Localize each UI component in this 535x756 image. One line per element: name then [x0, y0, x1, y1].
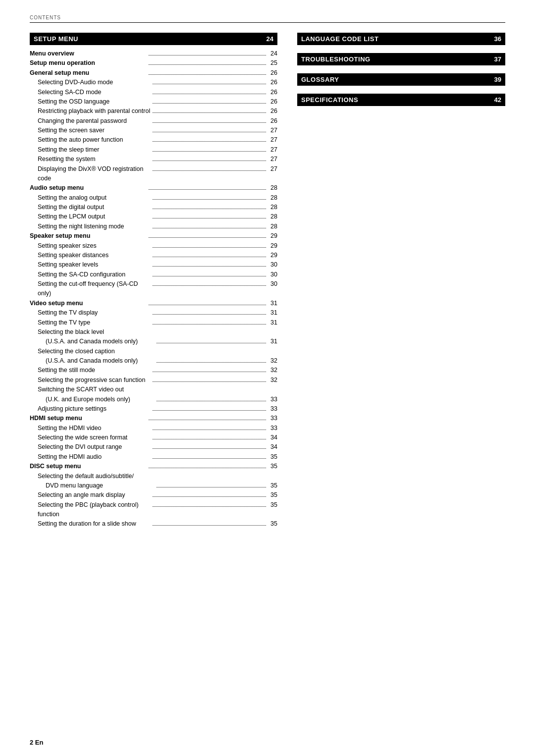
toc-entry-dots [153, 372, 266, 372]
toc-entry-page: 29 [268, 241, 277, 251]
toc-entries: Menu overview24Setup menu operation25Gen… [30, 49, 277, 529]
toc-entry-dots [153, 525, 266, 526]
toc-entry: HDMI setup menu33 [30, 414, 277, 423]
toc-entry-dots [153, 122, 266, 123]
toc-entry-dots [157, 362, 266, 363]
toc-entry-dots [157, 343, 266, 343]
toc-entry-text: HDMI setup menu [30, 414, 147, 423]
toc-entry-page: 31 [268, 318, 277, 327]
toc-entry-page: 24 [268, 49, 277, 58]
toc-entry: Selecting the default audio/subtitle/ [30, 472, 277, 481]
toc-entry-text: Setting speaker levels [30, 260, 151, 270]
toc-entry: Setting the SA-CD configuration30 [30, 270, 277, 279]
right-section-header: TROUBLESHOOTING37 [297, 53, 505, 65]
toc-entry: General setup menu26 [30, 68, 277, 78]
toc-entry-text: (U.S.A. and Canada models only) [30, 356, 155, 366]
toc-entry-text: DISC setup menu [30, 462, 147, 471]
toc-entry-text: Setting the screen saver [30, 126, 151, 135]
right-section-page: 39 [494, 76, 501, 83]
toc-entry-dots [149, 64, 266, 65]
toc-entry-page: 35 [268, 490, 277, 500]
toc-entry: Selecting the black level [30, 327, 277, 337]
toc-entry-text: Selecting the progressive scan function [30, 376, 151, 385]
toc-entry: Selecting DVD-Audio mode26 [30, 78, 277, 87]
toc-entry-dots [149, 468, 266, 468]
toc-entry-text: Setting the LPCM output [30, 212, 151, 221]
toc-entry-text: Speaker setup menu [30, 231, 147, 241]
toc-entry-page: 35 [268, 519, 277, 529]
toc-entry-dots [153, 247, 266, 248]
toc-entry-text: Setting the sleep timer [30, 145, 151, 155]
toc-entry-dots [153, 314, 266, 315]
toc-entry-dots [153, 103, 266, 104]
toc-entry-dots [153, 410, 266, 411]
toc-entry: Setting speaker levels30 [30, 260, 277, 270]
toc-entry: Setting the LPCM output28 [30, 212, 277, 221]
toc-entry-text: Adjusting picture settings [30, 404, 151, 414]
left-column: SETUP MENU 24 Menu overview24Setup menu … [30, 33, 277, 529]
toc-entry-text: Setting the night listening mode [30, 222, 151, 231]
toc-entry-page: 30 [268, 270, 277, 279]
toc-entry-text: Selecting DVD-Audio mode [30, 78, 151, 87]
toc-entry: Setting speaker distances29 [30, 251, 277, 260]
toc-entry-dots [153, 496, 266, 497]
toc-entry-text: Setting the HDMI audio [30, 452, 151, 462]
toc-entry-page: 35 [268, 481, 277, 490]
setup-menu-page: 24 [267, 35, 273, 43]
toc-entry-dots [153, 506, 266, 507]
right-section-header: SPECIFICATIONS42 [297, 94, 505, 106]
toc-entry-text: (U.S.A. and Canada models only) [30, 337, 155, 346]
toc-entry-page: 32 [268, 366, 277, 375]
right-section-title: TROUBLESHOOTING [301, 55, 371, 63]
toc-entry: Setting the duration for a slide show35 [30, 519, 277, 529]
toc-entry-text: Setting the duration for a slide show [30, 519, 151, 529]
toc-entry-page: 33 [268, 404, 277, 414]
toc-entry-dots [153, 170, 266, 171]
toc-entry: DVD menu language35 [30, 481, 277, 490]
toc-entry-text: General setup menu [30, 68, 147, 78]
toc-entry-page: 35 [268, 500, 277, 510]
toc-entry-dots [153, 209, 266, 209]
toc-entry: Setting the analog output28 [30, 193, 277, 203]
toc-entry-text: Setting the TV display [30, 308, 151, 318]
toc-entry-dots [157, 487, 266, 487]
toc-entry-dots [149, 305, 266, 305]
toc-entry-dots [153, 324, 266, 324]
toc-entry-page: 28 [268, 212, 277, 221]
toc-entry-text: Setting the analog output [30, 193, 151, 203]
toc-entry-dots [149, 189, 266, 190]
toc-entry-page: 26 [268, 78, 277, 87]
toc-entry: Setting the sleep timer27 [30, 145, 277, 155]
toc-entry-text: Selecting the black level [30, 327, 277, 337]
toc-entry: Switching the SCART video out [30, 385, 277, 394]
header-label: CONTENTS [30, 15, 61, 20]
toc-entry-page: 31 [268, 299, 277, 308]
toc-entry-text: Selecting an angle mark display [30, 490, 151, 500]
toc-entry-page: 32 [268, 376, 277, 385]
toc-entry-text: DVD menu language [30, 481, 155, 490]
toc-entry-page: 33 [268, 395, 277, 404]
toc-entry-text: Selecting the wide screen format [30, 433, 151, 442]
toc-entry-dots [153, 132, 266, 132]
toc-entry-dots [153, 151, 266, 152]
footer-text: 2 En [30, 739, 43, 746]
toc-entry: Selecting the closed caption [30, 347, 277, 356]
toc-entry-page: 29 [268, 231, 277, 241]
setup-menu-title: SETUP MENU [34, 35, 78, 43]
toc-entry-dots [157, 401, 266, 401]
toc-entry-dots [149, 237, 266, 238]
top-bar: CONTENTS [30, 15, 505, 23]
toc-entry: Selecting the PBC (playback control) fun… [30, 500, 277, 520]
toc-entry-page: 31 [268, 337, 277, 346]
toc-entry: (U.K. and Europe models only)33 [30, 395, 277, 404]
toc-entry-page: 28 [268, 203, 277, 212]
toc-entry-dots [153, 276, 266, 276]
toc-entry-dots [153, 84, 266, 84]
toc-entry-text: Setup menu operation [30, 58, 147, 68]
toc-entry-text: Selecting the DVI output range [30, 442, 151, 452]
right-section-title: GLOSSARY [301, 76, 339, 83]
toc-entry-text: Setting the HDMI video [30, 424, 151, 433]
right-section-page: 42 [494, 96, 501, 104]
toc-entry: (U.S.A. and Canada models only)32 [30, 356, 277, 366]
toc-entry-dots [149, 74, 266, 75]
